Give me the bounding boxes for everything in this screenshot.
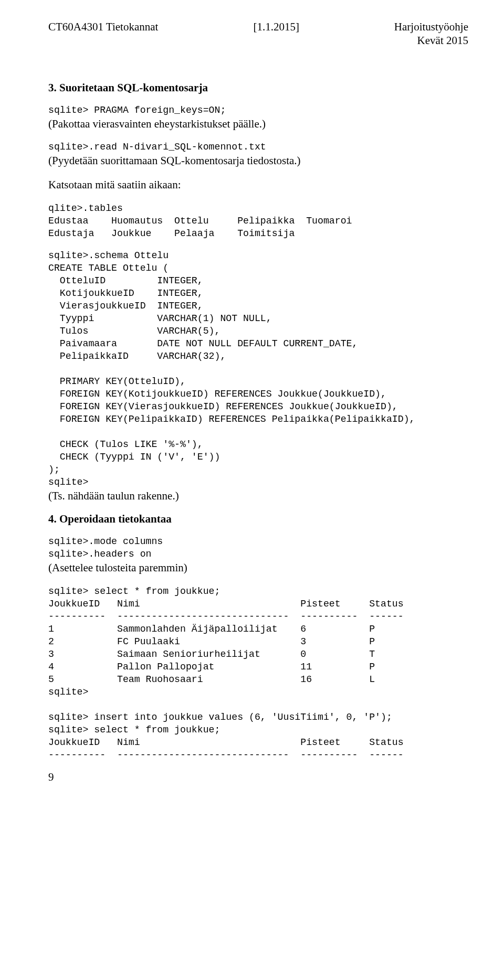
schema-output: sqlite>.schema Ottelu CREATE TABLE Ottel… — [48, 249, 468, 488]
tables-output: qlite>.tables Edustaa Huomautus Ottelu P… — [48, 202, 468, 240]
header-course: CT60A4301 Tietokannat — [48, 20, 158, 48]
header-date: [1.1.2015] — [253, 20, 299, 48]
read-command: sqlite>.read N-divari_SQL-komennot.txt — [48, 141, 468, 153]
mode-commands: sqlite>.mode columns sqlite>.headers on — [48, 535, 468, 560]
page-number: 9 — [48, 771, 468, 784]
pragma-command: sqlite> PRAGMA foreign_keys=ON; — [48, 104, 468, 116]
inspect-intro: Katsotaan mitä saatiin aikaan: — [48, 177, 468, 192]
page-header: CT60A4301 Tietokannat [1.1.2015] Harjoit… — [48, 20, 468, 48]
schema-note: (Ts. nähdään taulun rakenne.) — [48, 488, 468, 503]
section-4-title: 4. Operoidaan tietokantaa — [48, 513, 468, 526]
read-note: (Pyydetään suorittamaan SQL-komentosarja… — [48, 153, 468, 168]
mode-note: (Asettelee tulosteita paremmin) — [48, 560, 468, 575]
header-doctype: Harjoitustyöohje — [394, 20, 468, 34]
header-semester: Kevät 2015 — [394, 34, 468, 47]
header-right: Harjoitustyöohje Kevät 2015 — [394, 20, 468, 48]
section-3-title: 3. Suoritetaan SQL-komentosarja — [48, 81, 468, 94]
select-output: sqlite> select * from joukkue; JoukkueID… — [48, 585, 468, 761]
pragma-note: (Pakottaa vierasvainten eheystarkistukse… — [48, 116, 468, 131]
